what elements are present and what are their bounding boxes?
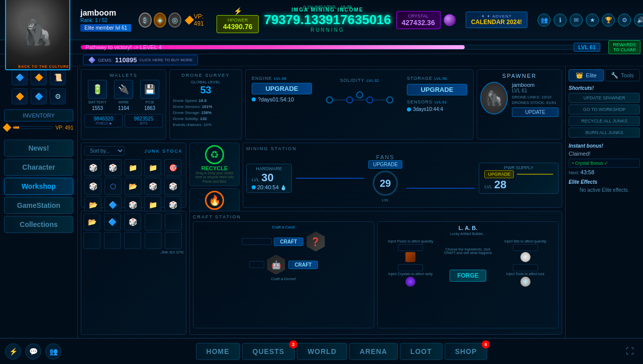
sidebar-item-news[interactable]: News!: [4, 140, 73, 157]
vp-bar-icon: [3, 124, 12, 132]
inventory-button[interactable]: INVENTORY: [4, 109, 73, 122]
nav-home-button[interactable]: HOME: [196, 343, 240, 360]
junk-cell-1[interactable]: 🎲: [84, 159, 101, 176]
sidebar-item-collections[interactable]: Collections: [4, 216, 73, 233]
wallet-pcb-icon[interactable]: 💾: [140, 80, 159, 99]
pwr-upgrade-button[interactable]: UPGRADE: [484, 170, 514, 178]
nav-quests-button[interactable]: QUESTS 3: [242, 343, 295, 360]
vp-bar-fill: [13, 127, 19, 129]
rewards-button[interactable]: REWARDSTO CLAIM!: [608, 40, 640, 54]
wallet-bottom: 9846320 PIXELS ◆ 9823525 BITS: [84, 114, 163, 128]
token-silver[interactable]: ◎: [168, 13, 181, 28]
junk-cell-10[interactable]: 🎲: [164, 178, 181, 195]
deco-icon-4[interactable]: 🔶: [12, 88, 28, 104]
recycle-label: RECYCLE: [201, 165, 228, 171]
icon-mail[interactable]: ✉: [570, 14, 583, 27]
icon-users[interactable]: 👥: [538, 14, 551, 27]
drone-events: Events chances: 10%: [173, 122, 239, 128]
avatar-box[interactable]: 🦍 BACK TO THE CULTURE: [5, 0, 70, 70]
advent-box[interactable]: ✦ ✦ ADVENT CALENDAR 2024!: [466, 12, 527, 28]
deco-icon-5[interactable]: 🔷: [31, 88, 47, 104]
lab-tools-slot[interactable]: [513, 264, 538, 271]
recycle-box[interactable]: ♻ RECYCLE Drag & Drop your Junks here to…: [189, 143, 240, 186]
wallet-wire-icon[interactable]: 🔌: [114, 80, 133, 99]
solidity-title: SOLIDITY: [340, 78, 365, 83]
hpower-icon: ⚡: [234, 7, 242, 15]
deco-icon-2[interactable]: 🔶: [31, 69, 47, 85]
deco-icon-6[interactable]: ⚙: [50, 88, 66, 104]
craft-slot-2[interactable]: [249, 261, 264, 268]
avatar-section: 🦍 BACK TO THE CULTURE: [0, 0, 75, 40]
advent-section[interactable]: ✦ ✦ ADVENT CALENDAR 2024!: [466, 12, 527, 28]
junk-cell-3[interactable]: 📁: [125, 159, 142, 176]
craft-slot-1[interactable]: [242, 238, 272, 245]
nav-loot-button[interactable]: LOOT: [400, 343, 443, 360]
shortcut-go-workshop[interactable]: GO TO WORKSHOP: [569, 104, 640, 114]
chat-icon[interactable]: 💬: [25, 343, 41, 359]
junk-cell-2[interactable]: 🎲: [104, 159, 122, 176]
wallet-battery-icon[interactable]: 🔋: [88, 80, 107, 99]
sidebar-item-workshop[interactable]: Workshop: [4, 178, 73, 195]
vp-value: VP: 491: [194, 13, 211, 27]
shortcut-recycle-all[interactable]: RECYCLE ALL JUNKS: [569, 116, 640, 126]
hardware-lvl-row: LVL 30: [252, 171, 286, 184]
gems-box[interactable]: GEMS: 110895 CLICK HERE TO BUY MORE: [83, 55, 198, 65]
recycle-desc: Drag & Drop your Junks here to recycle t…: [192, 171, 237, 184]
claimed-label: Claimed!: [569, 151, 640, 157]
shortcut-burn-all[interactable]: BURN ALL JUNKS: [569, 128, 640, 138]
junk-cell-7[interactable]: ⬡: [104, 178, 122, 195]
craft-drone-hex: 🤖: [266, 255, 286, 275]
sidebar-item-gamestation[interactable]: GameStation: [4, 197, 73, 214]
forge-button[interactable]: FORGE: [450, 270, 486, 282]
crystal-bonus-item: • Crystal Bonus ✓: [569, 159, 640, 168]
junk-cell-5[interactable]: 🎯: [164, 159, 181, 176]
junk-cell-4[interactable]: 📁: [144, 159, 161, 176]
lab-crystals-slot[interactable]: [398, 264, 423, 271]
token-gold[interactable]: ◈: [154, 13, 167, 28]
fans-box: FANS UPGRADE 29 LVL: [368, 154, 402, 202]
gems-buy-label[interactable]: CLICK HERE TO BUY MORE: [139, 58, 192, 62]
users-icon[interactable]: 👥: [45, 343, 61, 359]
lab-pixels-slot[interactable]: [398, 244, 423, 251]
token-b[interactable]: ₿: [139, 13, 152, 28]
nav-shop-button[interactable]: SHOP 6: [445, 343, 488, 360]
icon-star[interactable]: ★: [586, 14, 599, 27]
junk-cell-b3[interactable]: 🎲: [124, 213, 141, 230]
spawner-update-button[interactable]: UPDATE: [512, 107, 559, 117]
lab-bits-slot[interactable]: [513, 244, 538, 251]
nav-arena-button[interactable]: ARENA: [349, 343, 398, 360]
deco-icon-1[interactable]: 🔷: [12, 69, 28, 85]
junk-cell-b1[interactable]: 📂: [83, 213, 100, 230]
fullscreen-button[interactable]: ⛶: [622, 343, 638, 359]
engine-upgrade-button[interactable]: UPGRADE: [252, 83, 312, 94]
craft-drone-button[interactable]: CRAFT: [288, 261, 318, 269]
hardware-lvl-label: LVL: [252, 177, 259, 182]
sort-dropdown[interactable]: Sort by...: [84, 146, 125, 156]
sidebar-item-character[interactable]: Character: [4, 159, 73, 176]
nav-world-button[interactable]: WORLD: [297, 343, 347, 360]
tab-tools[interactable]: 🔧 Tools: [605, 69, 640, 81]
icon-gear[interactable]: ⚙: [618, 14, 631, 27]
storage-upgrade-button[interactable]: UPGRADE: [407, 84, 467, 95]
deco-icon-3[interactable]: 📜: [50, 69, 66, 85]
craft-mystery-drone: ❓: [305, 231, 326, 252]
junk-cell-9[interactable]: 🎲: [144, 178, 161, 195]
icon-trophy[interactable]: 🏆: [602, 14, 615, 27]
middle-row: Sort by... JUNK STOCK 🎲 🎲 📁 📁 🎯 🎲 ⬡ 📂: [81, 143, 562, 208]
junk-cell-b2[interactable]: 🔷: [104, 213, 121, 230]
junk-cell-b9: [145, 232, 162, 249]
lightning-icon[interactable]: ⚡: [5, 343, 21, 359]
junk-cell-8[interactable]: 📂: [125, 178, 142, 195]
shortcut-update-spawner[interactable]: UPDATE SPAWNER: [569, 93, 640, 103]
junk-cell-6[interactable]: 🎲: [84, 178, 101, 195]
icon-info[interactable]: ℹ: [554, 14, 567, 27]
gems-label: GEMS:: [98, 58, 113, 63]
tab-elite[interactable]: 👑 Elite: [569, 69, 604, 81]
icon-sound[interactable]: 🔊: [634, 14, 643, 27]
elite-effects-title: Elite Effects: [569, 179, 640, 185]
drone-global-value: 53: [173, 84, 239, 96]
craft-card-button[interactable]: CRAFT: [274, 237, 304, 246]
engine-title: ENGINE: [252, 76, 272, 81]
fans-upgrade-button[interactable]: UPGRADE: [368, 160, 402, 169]
lab-tool-item: ⚙: [520, 277, 530, 287]
